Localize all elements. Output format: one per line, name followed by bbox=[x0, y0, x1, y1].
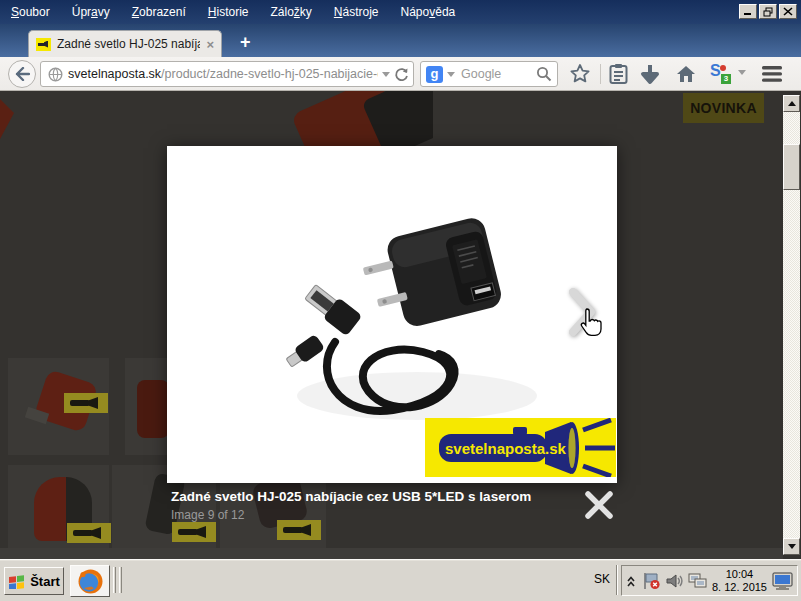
menu-bar: Soubor Úpravy Zobrazení Historie Záložky… bbox=[0, 0, 801, 24]
tab-close-icon[interactable]: × bbox=[206, 38, 214, 51]
url-path: /product/zadne-svetlo-hj-025-nabijacie-c… bbox=[161, 67, 378, 81]
flashlight-favicon-icon bbox=[36, 38, 51, 51]
download-arrow-icon bbox=[639, 63, 661, 85]
restore-icon bbox=[763, 7, 774, 17]
search-placeholder: Google bbox=[461, 67, 536, 81]
dimmed-product-fragment bbox=[0, 99, 14, 139]
scroll-up-button[interactable] bbox=[783, 95, 800, 112]
extension-dropdown-button[interactable] bbox=[734, 62, 750, 86]
clock[interactable]: 10:04 8. 12. 2015 bbox=[712, 568, 767, 594]
scroll-down-button[interactable] bbox=[783, 538, 800, 555]
thumbnail-watermark-logo bbox=[67, 523, 111, 543]
restore-button[interactable] bbox=[759, 4, 777, 19]
logo-text: svetelnaposta.sk bbox=[445, 440, 567, 457]
hamburger-icon bbox=[760, 64, 784, 84]
network-icon[interactable] bbox=[687, 571, 708, 591]
novinka-badge: NOVINKA bbox=[683, 93, 764, 123]
back-arrow-icon bbox=[14, 67, 30, 81]
s3-extension-icon: S 3 bbox=[710, 64, 730, 84]
product-thumbnail[interactable] bbox=[125, 358, 167, 455]
clock-date: 8. 12. 2015 bbox=[712, 581, 767, 594]
menu-hamburger-button[interactable] bbox=[756, 62, 788, 86]
tab-title: Zadné svetlo HJ-025 nabíjaci... bbox=[57, 37, 200, 51]
thumbnail-watermark-logo bbox=[172, 522, 216, 542]
close-icon bbox=[783, 7, 793, 16]
svetelnaposta-logo: svetelnaposta.sk bbox=[425, 418, 616, 477]
reload-icon[interactable] bbox=[394, 67, 409, 82]
navigation-toolbar: svetelnaposta.sk/product/zadne-svetlo-hj… bbox=[0, 57, 801, 91]
vertical-scrollbar[interactable] bbox=[783, 95, 800, 555]
downloads-button[interactable] bbox=[638, 62, 662, 86]
search-bar[interactable]: g Google bbox=[420, 61, 558, 87]
product-thumbnail[interactable] bbox=[8, 465, 109, 559]
lightbox-close-icon[interactable] bbox=[584, 491, 614, 519]
s3-translator-extension-button[interactable]: S 3 bbox=[708, 62, 732, 86]
thumbnail-watermark-logo bbox=[277, 520, 321, 540]
dimmed-page-strip bbox=[0, 548, 783, 559]
language-indicator[interactable]: SK bbox=[594, 572, 610, 586]
tray-expand-chevron-icon[interactable] bbox=[625, 571, 637, 591]
scrollbar-thumb[interactable] bbox=[783, 144, 800, 190]
show-bookmarks-button[interactable] bbox=[606, 62, 630, 86]
lightbox-caption: Zadné svetlo HJ-025 nabíjacie cez USB 5*… bbox=[171, 489, 581, 522]
google-engine-icon[interactable]: g bbox=[426, 66, 443, 83]
firefox-icon bbox=[77, 568, 104, 595]
minimize-icon bbox=[743, 7, 753, 16]
scroll-down-icon bbox=[788, 544, 796, 553]
url-dropdown-icon[interactable] bbox=[382, 72, 390, 81]
windows-logo-icon bbox=[8, 573, 26, 589]
tray-divider bbox=[616, 565, 618, 595]
home-button[interactable] bbox=[674, 62, 698, 86]
start-label: Štart bbox=[30, 574, 60, 589]
menu-soubor[interactable]: Soubor bbox=[0, 0, 61, 24]
show-desktop-monitor-icon[interactable] bbox=[771, 571, 794, 591]
close-button[interactable] bbox=[779, 4, 797, 19]
star-icon bbox=[569, 63, 591, 85]
menu-upravy[interactable]: Úpravy bbox=[61, 0, 121, 24]
menu-zalozky[interactable]: Záložky bbox=[259, 0, 322, 24]
start-button[interactable]: Štart bbox=[4, 567, 64, 595]
minimize-button[interactable] bbox=[739, 4, 757, 19]
scroll-up-icon bbox=[788, 97, 796, 106]
menu-zobrazeni[interactable]: Zobrazení bbox=[121, 0, 197, 24]
window-controls bbox=[739, 4, 797, 19]
new-tab-button[interactable]: + bbox=[232, 34, 259, 50]
bookmark-star-button[interactable] bbox=[568, 62, 592, 86]
dimmed-main-photo bbox=[283, 91, 433, 146]
url-text: svetelnaposta.sk/product/zadne-svetlo-hj… bbox=[68, 67, 378, 81]
home-icon bbox=[675, 63, 697, 85]
volume-icon[interactable] bbox=[664, 571, 683, 591]
toolbar-separator bbox=[600, 64, 601, 84]
lightbox: svetelnaposta.sk bbox=[167, 146, 617, 483]
bookmarks-clipboard-icon bbox=[608, 63, 629, 85]
clock-time: 10:04 bbox=[712, 568, 767, 581]
tab-active[interactable]: Zadné svetlo HJ-025 nabíjaci... × bbox=[28, 30, 222, 57]
url-bar[interactable]: svetelnaposta.sk/product/zadne-svetlo-hj… bbox=[40, 61, 414, 87]
firefox-task-button[interactable] bbox=[70, 565, 110, 597]
taskbar-grip bbox=[113, 567, 116, 593]
system-tray: 10:04 8. 12. 2015 bbox=[621, 565, 798, 596]
search-icon[interactable] bbox=[536, 66, 552, 82]
tab-bar: Zadné svetlo HJ-025 nabíjaci... × + bbox=[0, 24, 801, 57]
thumbnail-watermark-logo bbox=[64, 393, 108, 413]
caption-counter: Image 9 of 12 bbox=[171, 508, 581, 522]
globe-icon bbox=[48, 67, 63, 82]
taskbar: Štart SK bbox=[0, 559, 801, 601]
menu-napoveda[interactable]: Nápověda bbox=[390, 0, 467, 24]
back-button[interactable] bbox=[8, 60, 36, 88]
engine-dropdown-icon[interactable] bbox=[447, 72, 455, 81]
chevron-down-icon bbox=[738, 70, 746, 79]
menu-historie[interactable]: Historie bbox=[197, 0, 260, 24]
caption-title: Zadné svetlo HJ-025 nabíjacie cez USB 5*… bbox=[171, 489, 581, 504]
menu-nastroje[interactable]: Nástroje bbox=[323, 0, 390, 24]
taskbar-grip bbox=[119, 567, 122, 593]
browser-window: Soubor Úpravy Zobrazení Historie Záložky… bbox=[0, 0, 801, 601]
page-content: NOVINKA bbox=[0, 91, 801, 559]
url-domain: svetelnaposta.sk bbox=[68, 67, 161, 81]
security-alert-flag-icon[interactable] bbox=[641, 571, 660, 591]
next-image-arrow-icon[interactable] bbox=[565, 286, 599, 338]
